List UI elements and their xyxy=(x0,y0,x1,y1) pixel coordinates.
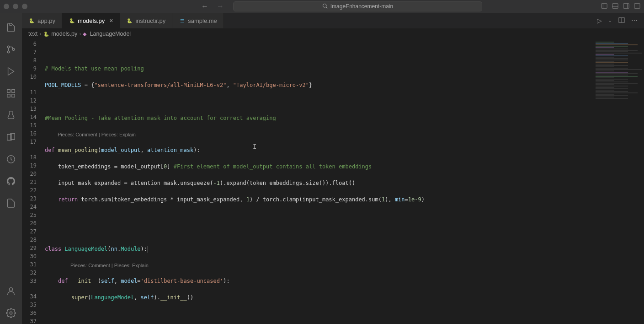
tab-instructir-py[interactable]: 🐍 instructir.py xyxy=(120,13,172,28)
layout-sidebar-left-icon[interactable] xyxy=(601,3,607,11)
customize-layout-icon[interactable] xyxy=(634,3,640,11)
chevron-right-icon: › xyxy=(39,31,41,37)
tab-label: models.py xyxy=(78,17,105,24)
tab-app-py[interactable]: 🐍 app.py xyxy=(22,13,62,28)
command-center-title: ImageEnhancement-main xyxy=(330,3,393,10)
breadcrumb-file[interactable]: models.py xyxy=(51,31,77,37)
code-content[interactable]: # Models that use mean pooling POOL_MODE… xyxy=(45,39,594,324)
source-control-icon[interactable] xyxy=(5,44,16,55)
svg-point-20 xyxy=(10,312,12,314)
traffic-lights xyxy=(4,4,27,9)
layout-sidebar-right-icon[interactable] xyxy=(623,3,629,11)
codelens[interactable]: Pieces: Comment | Pieces: Explain xyxy=(45,261,594,269)
info-icon: ☰ xyxy=(179,17,185,24)
run-dropdown-icon[interactable]: ⌄ xyxy=(608,18,612,23)
maximize-window-button[interactable] xyxy=(22,4,27,9)
titlebar: ← → ImageEnhancement-main xyxy=(0,0,644,13)
svg-rect-4 xyxy=(612,3,618,8)
breadcrumbs[interactable]: text › 🐍 models.py › ◆ LanguageModel xyxy=(22,29,644,39)
minimize-window-button[interactable] xyxy=(13,4,18,9)
run-debug-icon[interactable] xyxy=(5,66,16,77)
extensions-icon[interactable] xyxy=(5,88,16,99)
tab-label: app.py xyxy=(37,17,55,24)
more-actions-icon[interactable]: ⋯ xyxy=(631,17,638,24)
svg-rect-8 xyxy=(634,3,640,8)
search-icon xyxy=(322,3,328,10)
breadcrumb-folder[interactable]: text xyxy=(28,31,37,37)
codelens[interactable]: Pieces: Comment | Pieces: Explain xyxy=(45,130,594,138)
tab-models-py[interactable]: 🐍 models.py × xyxy=(62,13,120,28)
svg-rect-14 xyxy=(7,94,10,97)
class-symbol-icon: ◆ xyxy=(83,31,86,37)
svg-rect-13 xyxy=(12,90,15,92)
tab-label: instructir.py xyxy=(135,17,165,24)
python-icon: 🐍 xyxy=(69,17,75,24)
nav-arrows: ← → xyxy=(201,2,224,11)
pieces-icon[interactable] xyxy=(5,198,16,209)
activity-bar xyxy=(0,13,22,324)
settings-gear-icon[interactable] xyxy=(5,308,16,319)
github-icon[interactable] xyxy=(5,176,16,187)
tab-label: sample.me xyxy=(188,17,217,24)
python-icon: 🐍 xyxy=(28,17,35,24)
line-number-gutter: 6789101112131415161718192021222324252627… xyxy=(22,39,45,324)
svg-point-0 xyxy=(323,4,326,7)
command-center[interactable]: ImageEnhancement-main xyxy=(233,1,482,11)
split-editor-icon[interactable] xyxy=(618,17,625,25)
timeline-icon[interactable] xyxy=(5,154,16,165)
close-window-button[interactable] xyxy=(4,4,9,9)
explorer-icon[interactable] xyxy=(5,22,16,33)
svg-line-1 xyxy=(326,7,327,8)
editor-body[interactable]: 6789101112131415161718192021222324252627… xyxy=(22,39,644,324)
svg-point-9 xyxy=(7,46,10,48)
python-icon: 🐍 xyxy=(126,17,133,24)
references-icon[interactable] xyxy=(5,132,16,143)
nav-back-icon[interactable]: ← xyxy=(201,2,208,11)
accounts-icon[interactable] xyxy=(5,286,16,297)
svg-rect-12 xyxy=(7,90,10,92)
python-icon: 🐍 xyxy=(43,31,49,37)
tab-bar: 🐍 app.py 🐍 models.py × 🐍 instructir.py ☰… xyxy=(22,13,644,29)
minimap[interactable] xyxy=(594,39,644,324)
svg-point-11 xyxy=(12,49,15,51)
chevron-right-icon: › xyxy=(79,31,81,37)
breadcrumb-symbol[interactable]: LanguageModel xyxy=(90,31,131,37)
nav-forward-icon[interactable]: → xyxy=(217,2,224,11)
svg-rect-2 xyxy=(601,3,607,8)
tab-sample-me[interactable]: ☰ sample.me xyxy=(172,13,224,28)
run-file-icon[interactable]: ▷ xyxy=(597,17,602,24)
svg-point-10 xyxy=(7,51,10,53)
layout-panel-icon[interactable] xyxy=(612,3,618,11)
svg-rect-6 xyxy=(623,3,629,8)
close-tab-icon[interactable]: × xyxy=(109,17,113,24)
svg-point-19 xyxy=(9,288,12,291)
testing-icon[interactable] xyxy=(5,110,16,121)
text-cursor-icon: 𝙸 xyxy=(253,142,256,151)
svg-rect-15 xyxy=(12,94,15,97)
